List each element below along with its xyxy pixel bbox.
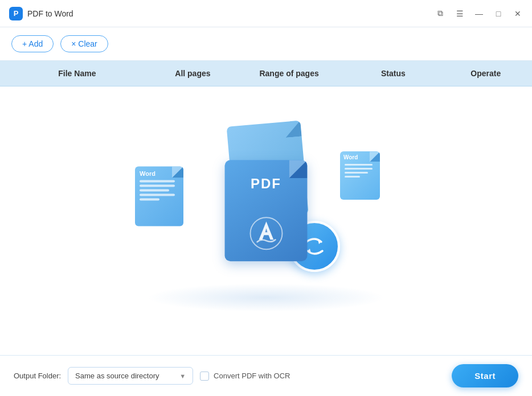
word-doc-right: Word <box>340 151 386 205</box>
word-lines-left <box>135 178 183 203</box>
pdf-text-label: PDF <box>251 176 281 192</box>
word-line <box>140 180 175 183</box>
add-button[interactable]: + Add <box>11 35 54 52</box>
word-doc-left-body: Word <box>135 167 183 226</box>
col-status: Status <box>347 61 439 86</box>
ocr-label: Convert PDF with OCR <box>214 372 290 380</box>
pdf-main-doc: PDF <box>225 160 308 261</box>
word-line <box>345 176 360 178</box>
word-lines-right <box>340 162 380 180</box>
word-line <box>345 172 368 174</box>
menu-button[interactable]: ☰ <box>455 9 465 19</box>
col-allpages: All pages <box>154 61 231 86</box>
illustration: Word PDF <box>118 113 414 329</box>
footer-left: Output Folder: Same as source directory … <box>14 367 290 385</box>
app-icon: P <box>9 7 23 20</box>
folder-select-value: Same as source directory <box>75 372 159 380</box>
word-line <box>345 164 373 166</box>
main-content: Word PDF <box>0 86 532 355</box>
adobe-icon <box>248 216 284 251</box>
share-button[interactable]: ⧉ <box>435 9 445 19</box>
ellipse-shadow <box>146 283 386 312</box>
word-line <box>140 194 175 196</box>
word-doc-left: Word <box>135 167 189 232</box>
word-line <box>345 168 373 170</box>
close-button[interactable]: ✕ <box>513 9 523 19</box>
footer: Output Folder: Same as source directory … <box>0 355 532 396</box>
table-header: File Name All pages Range of pages Statu… <box>0 61 532 86</box>
word-line <box>140 189 169 192</box>
word-doc-right-body: Word <box>340 151 380 200</box>
output-folder-label: Output Folder: <box>14 372 61 380</box>
folder-select-dropdown[interactable]: Same as source directory ▼ <box>68 367 193 385</box>
toolbar: + Add × Clear <box>0 27 532 61</box>
start-button[interactable]: Start <box>452 364 518 387</box>
app-title: PDF to Word <box>27 9 73 18</box>
minimize-button[interactable]: — <box>474 9 484 19</box>
maximize-button[interactable]: □ <box>493 9 504 19</box>
title-bar-controls: ⧉ ☰ — □ ✕ <box>435 9 523 19</box>
pdf-back-fold <box>284 121 301 138</box>
ocr-checkbox[interactable] <box>200 372 209 381</box>
col-operate: Operate <box>440 61 532 86</box>
col-rangeofpages: Range of pages <box>231 61 347 86</box>
clear-button[interactable]: × Clear <box>60 35 108 52</box>
word-line <box>140 199 159 201</box>
col-filename: File Name <box>0 61 154 86</box>
ocr-section: Convert PDF with OCR <box>200 372 290 381</box>
word-line <box>140 185 175 187</box>
title-bar-left: P PDF to Word <box>9 7 73 20</box>
chevron-down-icon: ▼ <box>179 373 186 380</box>
pdf-doc-body: PDF <box>225 160 308 261</box>
title-bar: P PDF to Word ⧉ ☰ — □ ✕ <box>0 0 532 27</box>
